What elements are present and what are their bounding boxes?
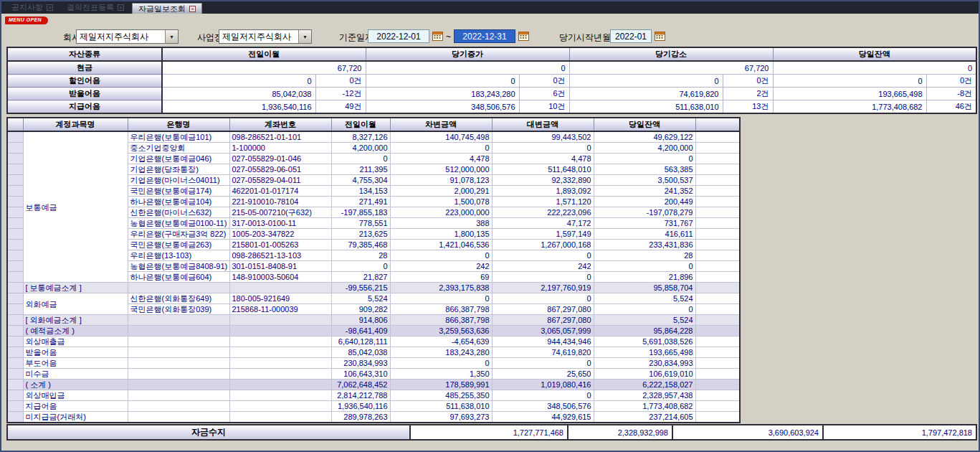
amount-cell: 4,200,000 — [594, 143, 695, 154]
row-selector-cell[interactable] — [7, 326, 23, 336]
amount-cell: 211,395 — [331, 164, 390, 175]
tab[interactable]: 결의전표등록× — [61, 1, 130, 14]
row-selector-cell[interactable] — [7, 380, 23, 390]
amount-cell: 1,597,149 — [492, 229, 594, 240]
filler-cell — [695, 175, 740, 186]
filler-cell — [695, 369, 740, 380]
summary-amount-cell: 0 — [773, 61, 976, 75]
tab[interactable]: 자금일보조회× — [132, 3, 202, 14]
row-selector-cell[interactable] — [7, 131, 23, 143]
row-selector-cell[interactable] — [7, 401, 23, 412]
site-select[interactable]: 제일저지주식회사 ▼ — [219, 29, 312, 44]
row-selector-cell[interactable] — [7, 347, 23, 358]
date-from-input[interactable]: 2022-12-01 — [368, 29, 429, 43]
bank-name-cell: 기업은행(당좌통장) — [128, 164, 229, 175]
detail-row: 보통예금우리은행(보통예금101)098-286521-01-1018,327,… — [7, 131, 740, 143]
grand-total-label: 자금수지 — [7, 425, 410, 440]
row-selector-cell[interactable] — [7, 197, 23, 207]
summary-amount-cell: 183,243,280 — [366, 88, 519, 100]
calendar-icon[interactable] — [655, 31, 665, 41]
calendar-icon[interactable] — [518, 31, 529, 41]
bank-name-cell: 국민은행(보통예금174) — [128, 186, 229, 197]
empty-cell — [229, 326, 331, 336]
row-label-cell: 부도어음 — [23, 358, 128, 369]
grand-total-value: 1,797,472,818 — [823, 425, 976, 440]
row-selector-cell[interactable] — [7, 154, 23, 164]
row-selector-cell[interactable] — [7, 175, 23, 186]
row-selector-cell[interactable] — [7, 304, 23, 315]
detail-row: 지급어음1,936,540,116511,638,010348,506,5761… — [7, 401, 740, 412]
tab-label: 공지사항 — [11, 2, 43, 13]
tab-close-icon[interactable]: × — [118, 4, 124, 11]
tab[interactable]: 공지사항× — [6, 1, 59, 14]
date-to-input[interactable]: 2022-12-31 — [454, 29, 515, 43]
calendar-icon[interactable] — [432, 31, 443, 41]
row-selector-cell[interactable] — [7, 164, 23, 175]
row-selector-cell[interactable] — [7, 186, 23, 197]
menu-open-button[interactable]: MENU OPEN — [5, 17, 48, 24]
detail-col-header: 전일이월 — [331, 118, 390, 131]
chevron-down-icon[interactable]: ▼ — [165, 30, 178, 43]
filler-cell — [695, 261, 740, 272]
amount-cell: 3,500,537 — [594, 175, 695, 186]
row-selector-cell[interactable] — [7, 143, 23, 154]
company-select-value: 제일저지주식회사 — [77, 30, 165, 43]
filler-cell — [695, 304, 740, 315]
empty-cell — [128, 315, 229, 326]
amount-cell: 69 — [390, 272, 492, 283]
row-selector-cell[interactable] — [7, 207, 23, 218]
detail-col-header: 차변금액 — [390, 118, 492, 131]
amount-cell: -197,078,279 — [594, 207, 695, 218]
amount-cell: 95,858,704 — [594, 283, 695, 293]
tab-close-icon[interactable]: × — [189, 6, 196, 12]
row-selector-cell[interactable] — [7, 412, 23, 423]
chevron-down-icon[interactable]: ▼ — [298, 30, 311, 43]
tab-close-icon[interactable]: × — [47, 4, 53, 11]
summary-count-cell: 0건 — [723, 75, 773, 88]
bank-name-cell: 하나은행(보통예금104) — [128, 197, 229, 207]
row-selector-cell[interactable] — [7, 240, 23, 250]
row-selector-cell[interactable] — [7, 293, 23, 304]
summary-count-cell: 0건 — [315, 75, 366, 88]
bank-name-cell: 우리은행(13-103) — [128, 250, 229, 261]
row-selector-cell[interactable] — [7, 358, 23, 369]
bank-name-cell: 국민은행(외화통장039) — [128, 304, 229, 315]
amount-cell: 1,893,092 — [492, 186, 594, 197]
row-selector-cell[interactable] — [7, 261, 23, 272]
summary-row-label: 지급어음 — [7, 100, 162, 114]
row-selector-cell[interactable] — [7, 272, 23, 283]
filler-cell — [695, 401, 740, 412]
summary-table: 자산종류전일이월당기증가당기감소당일잔액 현금67,720067,7200할인어… — [6, 47, 977, 114]
row-selector-cell[interactable] — [7, 250, 23, 261]
filler-cell — [695, 336, 740, 347]
filler-cell — [695, 293, 740, 304]
amount-cell: 563,385 — [594, 164, 695, 175]
row-selector-cell[interactable] — [7, 369, 23, 380]
amount-cell: -4,654,639 — [390, 336, 492, 347]
summary-count-cell: 0건 — [519, 75, 569, 88]
summary-count-cell: 0건 — [926, 75, 976, 88]
row-label-cell: 미수금 — [23, 369, 128, 380]
row-selector-cell[interactable] — [7, 315, 23, 326]
filler-cell — [695, 154, 740, 164]
row-selector-cell[interactable] — [7, 336, 23, 347]
amount-cell: 6,222,158,027 — [594, 380, 695, 390]
company-select[interactable]: 제일저지주식회사 ▼ — [76, 29, 179, 44]
amount-cell: 4,200,000 — [331, 143, 390, 154]
amount-cell: 8,327,126 — [331, 131, 390, 143]
filler-cell — [695, 131, 740, 143]
row-selector-cell[interactable] — [7, 229, 23, 240]
row-selector-cell[interactable] — [7, 283, 23, 293]
amount-cell: 909,282 — [331, 304, 390, 315]
empty-cell — [128, 326, 229, 336]
period-start-input[interactable]: 2022-01 — [610, 29, 652, 43]
amount-cell: 0 — [331, 261, 390, 272]
summary-body: 현금67,720067,7200할인어음00건00건00건00건받을어음85,0… — [7, 61, 976, 113]
period-start-label: 당기시작년월 — [559, 32, 611, 44]
amount-cell: 222,223,096 — [492, 207, 594, 218]
row-selector-cell[interactable] — [7, 390, 23, 401]
row-selector-cell[interactable] — [7, 218, 23, 229]
amount-cell: 5,524 — [331, 293, 390, 304]
empty-cell — [229, 401, 331, 412]
account-number-cell: 215801-01-005263 — [229, 240, 331, 250]
